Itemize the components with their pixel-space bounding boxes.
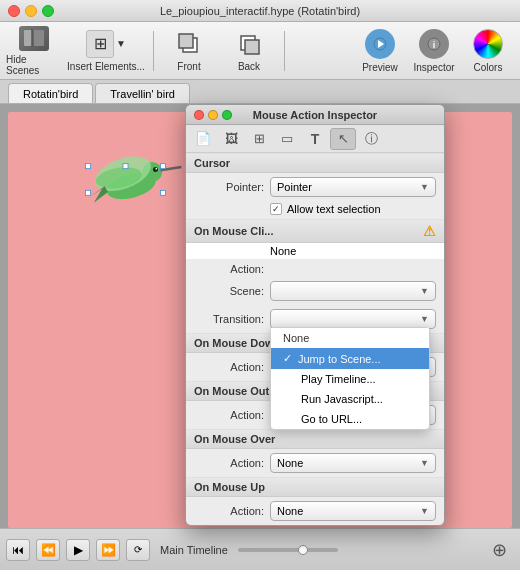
mouse-over-action-row: Action: None ▼: [186, 449, 444, 477]
slider-thumb[interactable]: [298, 545, 308, 555]
none-label: None: [270, 245, 296, 257]
action-dropdown-menu[interactable]: None ✓ Jump to Scene... Play Timeline...…: [270, 327, 430, 430]
on-mouse-over-header: On Mouse Over: [186, 429, 444, 449]
on-mouse-up-header: On Mouse Up: [186, 477, 444, 497]
dialog-maximize-button[interactable]: [222, 110, 232, 120]
inspector-dialog: Mouse Action Inspector 📄 🖼 ⊞ ▭ T ↖ ⓘ Cur…: [185, 104, 445, 526]
separator-1: [153, 31, 154, 71]
dropdown-item-run-javascript[interactable]: Run Javascript...: [271, 389, 429, 409]
dropdown-item-jump-to-scene[interactable]: ✓ Jump to Scene...: [271, 348, 429, 369]
action-row: Action: None ✓ Jump to Scene... Play Tim…: [186, 259, 444, 279]
svg-rect-4: [179, 34, 193, 48]
cursor-section-header: Cursor: [186, 153, 444, 173]
svg-rect-1: [34, 30, 44, 46]
dialog-tb-info-btn[interactable]: ⓘ: [358, 128, 384, 150]
tab-travellin-bird[interactable]: Travellin' bird: [95, 83, 190, 103]
separator-2: [284, 31, 285, 71]
skip-back-button[interactable]: ⏮: [6, 539, 30, 561]
svg-rect-21: [123, 164, 128, 169]
title-bar: Le_pioupiou_interactif.hype (Rotatin'bir…: [0, 0, 520, 22]
mouse-over-action-label: Action:: [194, 457, 264, 469]
insert-elements-icon: ⊞: [86, 30, 114, 58]
mouse-out-action-label: Action:: [194, 409, 264, 421]
svg-rect-0: [24, 30, 32, 46]
dialog-body: Cursor Pointer: Pointer ▼ Allow text sel…: [186, 153, 444, 525]
window-title: Le_pioupiou_interactif.hype (Rotatin'bir…: [160, 5, 360, 17]
dialog-tb-rect-btn[interactable]: ▭: [274, 128, 300, 150]
mouse-up-action-select[interactable]: None ▼: [270, 501, 436, 521]
mouse-up-action-row: Action: None ▼: [186, 497, 444, 525]
dialog-tb-layout-btn[interactable]: ⊞: [246, 128, 272, 150]
svg-rect-6: [245, 40, 259, 54]
warning-icon: ⚠: [423, 223, 436, 239]
dialog-minimize-button[interactable]: [208, 110, 218, 120]
dialog-close-button[interactable]: [194, 110, 204, 120]
dialog-tb-cursor-btn[interactable]: ↖: [330, 128, 356, 150]
toolbar: Hide Scenes ⊞ ▼ Insert Elements... Front…: [0, 22, 520, 80]
transition-select-arrow: ▼: [420, 314, 429, 324]
front-label: Front: [177, 61, 200, 72]
dialog-title: Mouse Action Inspector: [253, 109, 377, 121]
scene-row: Scene: ▼: [186, 279, 444, 305]
on-mouse-click-header: On Mouse Cli... ⚠: [186, 219, 444, 243]
dialog-window-buttons: [194, 110, 232, 120]
transition-label: Transition:: [194, 313, 264, 325]
back-label: Back: [238, 61, 260, 72]
minimize-button[interactable]: [25, 5, 37, 17]
svg-rect-23: [161, 190, 166, 195]
tab-rotatin-bird[interactable]: Rotatin'bird: [8, 83, 93, 103]
front-button[interactable]: Front: [161, 26, 217, 76]
inspector-icon: i: [419, 29, 449, 59]
scene-select[interactable]: ▼: [270, 281, 436, 301]
main-area: Mouse Action Inspector 📄 🖼 ⊞ ▭ T ↖ ⓘ Cur…: [0, 104, 520, 528]
toolbar-right: Preview i Inspector Colors: [354, 26, 514, 76]
tab-bar: Rotatin'bird Travellin' bird: [0, 80, 520, 104]
preview-icon: [365, 29, 395, 59]
action-label: Action:: [194, 263, 264, 275]
dropdown-item-play-timeline[interactable]: Play Timeline...: [271, 369, 429, 389]
allow-text-row: Allow text selection: [186, 201, 444, 219]
svg-rect-20: [86, 190, 91, 195]
svg-point-17: [153, 167, 158, 172]
checkmark-icon: ✓: [283, 352, 292, 365]
step-forward-button[interactable]: ⏩: [96, 539, 120, 561]
hide-scenes-icon: [19, 26, 49, 51]
play-button[interactable]: ▶: [66, 539, 90, 561]
window-buttons: [8, 5, 54, 17]
svg-point-18: [156, 168, 158, 170]
back-button[interactable]: Back: [221, 26, 277, 76]
colors-label: Colors: [474, 62, 503, 73]
step-back-button[interactable]: ⏪: [36, 539, 60, 561]
loop-button[interactable]: ⟳: [126, 539, 150, 561]
dialog-title-bar: Mouse Action Inspector: [186, 105, 444, 125]
pointer-select[interactable]: Pointer ▼: [270, 177, 436, 197]
dialog-tb-text-btn[interactable]: T: [302, 128, 328, 150]
colors-icon: [473, 29, 503, 59]
back-icon: [235, 30, 263, 58]
transition-select[interactable]: ▼: [270, 309, 436, 329]
scene-select-arrow: ▼: [420, 286, 429, 296]
dialog-tb-image-btn[interactable]: 🖼: [218, 128, 244, 150]
pointer-row: Pointer: Pointer ▼: [186, 173, 444, 201]
dialog-tb-doc-btn[interactable]: 📄: [190, 128, 216, 150]
maximize-button[interactable]: [42, 5, 54, 17]
bottom-bar: ⏮ ⏪ ▶ ⏩ ⟳ Main Timeline ⊕: [0, 528, 520, 570]
pointer-label: Pointer:: [194, 181, 264, 193]
insert-elements-button[interactable]: ⊞ ▼ Insert Elements...: [66, 26, 146, 76]
preview-button[interactable]: Preview: [354, 26, 406, 76]
ruler-button[interactable]: ⊕: [484, 535, 514, 565]
dropdown-item-go-to-url[interactable]: Go to URL...: [271, 409, 429, 429]
hummingbird-image: [48, 132, 198, 232]
hide-scenes-button[interactable]: Hide Scenes: [6, 26, 62, 76]
mouse-over-select-arrow: ▼: [420, 458, 429, 468]
inspector-button[interactable]: i Inspector: [408, 26, 460, 76]
close-button[interactable]: [8, 5, 20, 17]
dialog-toolbar: 📄 🖼 ⊞ ▭ T ↖ ⓘ: [186, 125, 444, 153]
allow-text-checkbox[interactable]: [270, 203, 282, 215]
pointer-select-arrow: ▼: [420, 182, 429, 192]
mouse-over-action-select[interactable]: None ▼: [270, 453, 436, 473]
dropdown-item-none[interactable]: None: [271, 328, 429, 348]
timeline-slider[interactable]: [238, 548, 338, 552]
colors-button[interactable]: Colors: [462, 26, 514, 76]
svg-rect-19: [86, 164, 91, 169]
